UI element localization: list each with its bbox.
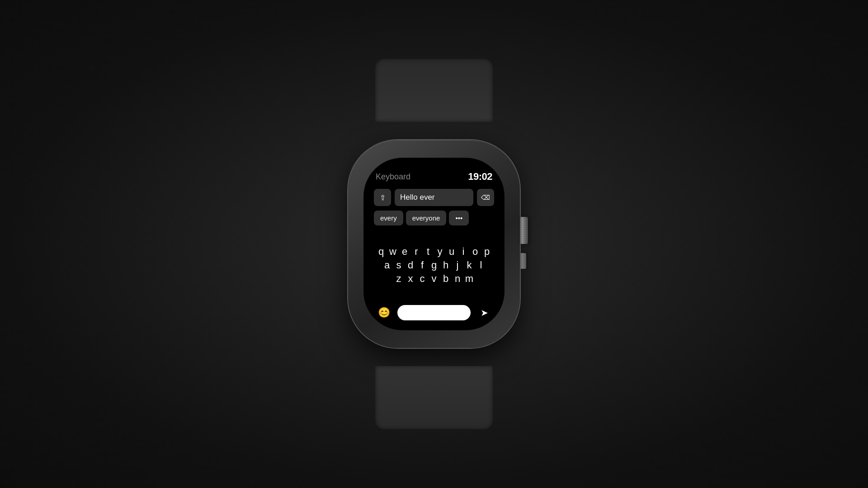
key-s[interactable]: s xyxy=(393,259,405,271)
emoji-icon: 😊 xyxy=(378,307,390,319)
suggestion-every[interactable]: every xyxy=(374,211,403,225)
key-m[interactable]: m xyxy=(463,273,475,285)
key-t[interactable]: t xyxy=(422,246,434,258)
key-j[interactable]: j xyxy=(452,259,463,271)
emoji-button[interactable]: 😊 xyxy=(376,305,392,321)
key-z[interactable]: z xyxy=(393,273,405,285)
more-icon: ••• xyxy=(455,214,462,222)
key-q[interactable]: q xyxy=(375,246,387,258)
input-row: ⇧ Hello ever ⌫ xyxy=(374,189,494,206)
key-k[interactable]: k xyxy=(463,259,475,271)
key-x[interactable]: x xyxy=(405,273,416,285)
key-b[interactable]: b xyxy=(440,273,452,285)
key-o[interactable]: o xyxy=(469,246,481,258)
keyboard-area: q w e r t y u i o p a s d xyxy=(374,232,494,300)
input-text: Hello ever xyxy=(400,193,435,202)
delete-icon: ⌫ xyxy=(481,194,490,201)
key-d[interactable]: d xyxy=(405,259,416,271)
key-w[interactable]: w xyxy=(387,246,399,258)
screen-bezel: Keyboard 19:02 ⇧ Hello ever ⌫ xyxy=(364,158,504,330)
watch-body: Keyboard 19:02 ⇧ Hello ever ⌫ xyxy=(348,140,520,348)
shift-icon: ⇧ xyxy=(380,193,386,202)
key-p[interactable]: p xyxy=(481,246,493,258)
space-bar[interactable] xyxy=(397,305,471,320)
key-i[interactable]: i xyxy=(458,246,469,258)
suggestion-everyone[interactable]: everyone xyxy=(406,211,447,225)
side-button[interactable] xyxy=(520,253,526,269)
key-a[interactable]: a xyxy=(381,259,393,271)
key-n[interactable]: n xyxy=(452,273,463,285)
key-u[interactable]: u xyxy=(446,246,458,258)
keyboard-row-3: z x c v b n m xyxy=(374,273,494,285)
watch-screen: Keyboard 19:02 ⇧ Hello ever ⌫ xyxy=(364,158,504,330)
key-v[interactable]: v xyxy=(428,273,440,285)
time-display: 19:02 xyxy=(468,171,492,183)
header: Keyboard 19:02 xyxy=(374,171,494,183)
key-y[interactable]: y xyxy=(434,246,446,258)
shift-button[interactable]: ⇧ xyxy=(374,189,391,206)
watch-container: Keyboard 19:02 ⇧ Hello ever ⌫ xyxy=(326,113,542,375)
key-c[interactable]: c xyxy=(416,273,428,285)
watch-band-bottom xyxy=(375,366,493,429)
text-input-field[interactable]: Hello ever xyxy=(395,189,473,206)
key-f[interactable]: f xyxy=(416,259,428,271)
more-suggestions-button[interactable]: ••• xyxy=(449,211,469,225)
watch-band-top xyxy=(375,59,493,122)
key-r[interactable]: r xyxy=(410,246,422,258)
digital-crown[interactable] xyxy=(520,217,528,244)
suggestions-row: every everyone ••• xyxy=(374,211,494,225)
app-title: Keyboard xyxy=(376,172,410,182)
delete-button[interactable]: ⌫ xyxy=(477,189,494,206)
key-e[interactable]: e xyxy=(399,246,410,258)
send-icon: ➤ xyxy=(481,307,488,318)
keyboard-row-1: q w e r t y u i o p xyxy=(374,246,494,258)
keyboard-row-2: a s d f g h j k l xyxy=(374,259,494,271)
key-l[interactable]: l xyxy=(475,259,487,271)
key-h[interactable]: h xyxy=(440,259,452,271)
send-button[interactable]: ➤ xyxy=(476,305,492,321)
key-g[interactable]: g xyxy=(428,259,440,271)
bottom-bar: 😊 ➤ xyxy=(374,305,494,321)
